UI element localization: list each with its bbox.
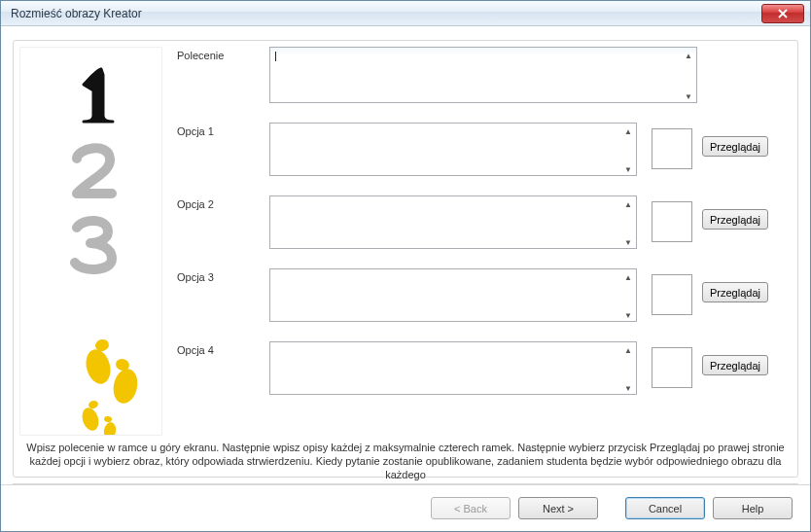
wizard-window: Rozmieść obrazy Kreator — [0, 0, 811, 532]
browse-option4[interactable]: Przeglądaj — [702, 355, 768, 375]
thumb-option4 — [652, 347, 692, 388]
svg-point-7 — [104, 415, 113, 422]
browse-option2[interactable]: Przeglądaj — [702, 209, 768, 230]
close-button[interactable] — [761, 4, 804, 23]
input-option4[interactable] — [269, 341, 637, 395]
thumb-option3 — [652, 274, 692, 315]
option2-spin-up[interactable]: ▲ — [621, 197, 635, 211]
svg-point-6 — [103, 421, 118, 435]
wizard-side-image — [19, 47, 162, 436]
input-option2[interactable] — [269, 195, 637, 249]
input-option3[interactable] — [269, 268, 637, 322]
form-area: Polecenie ▲ ▼ Opcja 1 — [162, 47, 792, 436]
browse-option3[interactable]: Przeglądaj — [702, 282, 768, 302]
label-prompt: Polecenie — [177, 47, 269, 61]
svg-point-0 — [83, 347, 114, 387]
option3-spin-down[interactable]: ▼ — [621, 308, 635, 322]
prompt-spin-up[interactable]: ▲ — [682, 49, 695, 62]
label-option4: Opcja 4 — [177, 341, 269, 356]
instructions-text: Wpisz polecenie w ramce u góry ekranu. N… — [19, 442, 792, 481]
close-icon — [777, 9, 789, 18]
content-panel: Polecenie ▲ ▼ Opcja 1 — [13, 40, 798, 478]
option4-spin-down[interactable]: ▼ — [621, 381, 635, 395]
row-option1: Opcja 1 ▲ ▼ Przeglądaj — [177, 123, 792, 178]
input-option1[interactable] — [269, 123, 637, 176]
window-title: Rozmieść obrazy Kreator — [11, 7, 761, 20]
wizard-footer: < Back Next > Cancel Help — [1, 484, 810, 531]
row-option3: Opcja 3 ▲ ▼ Przeglądaj — [177, 268, 792, 324]
label-option1: Opcja 1 — [177, 123, 269, 137]
row-option2: Opcja 2 ▲ ▼ Przeglądaj — [177, 195, 792, 251]
row-prompt: Polecenie ▲ ▼ — [177, 47, 792, 105]
option1-spin-up[interactable]: ▲ — [621, 124, 635, 138]
prompt-spin-down[interactable]: ▼ — [682, 89, 695, 103]
back-button[interactable]: < Back — [431, 497, 511, 519]
label-option3: Opcja 3 — [177, 268, 269, 283]
option1-spin-down[interactable]: ▼ — [621, 162, 635, 176]
input-prompt[interactable] — [269, 47, 697, 103]
svg-point-4 — [80, 406, 102, 433]
option3-spin-up[interactable]: ▲ — [621, 270, 635, 284]
row-option4: Opcja 4 ▲ ▼ Przeglądaj — [177, 341, 792, 397]
titlebar[interactable]: Rozmieść obrazy Kreator — [1, 1, 810, 26]
cancel-button[interactable]: Cancel — [625, 497, 705, 519]
next-button[interactable]: Next > — [518, 497, 598, 519]
help-button[interactable]: Help — [713, 497, 793, 519]
label-option2: Opcja 2 — [177, 195, 269, 210]
thumb-option1 — [652, 128, 692, 169]
thumb-option2 — [652, 201, 692, 242]
browse-option1[interactable]: Przeglądaj — [702, 136, 768, 157]
option4-spin-up[interactable]: ▲ — [621, 343, 635, 357]
svg-point-2 — [111, 367, 141, 406]
option2-spin-down[interactable]: ▼ — [621, 235, 635, 249]
body-area: Polecenie ▲ ▼ Opcja 1 — [19, 47, 792, 436]
